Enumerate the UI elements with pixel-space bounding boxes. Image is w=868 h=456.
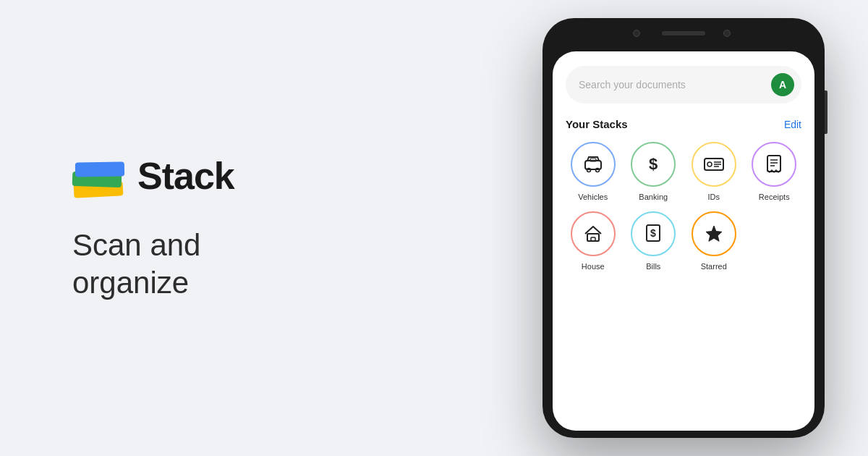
phone-mockup: Search your documents A Your Stacks Edit bbox=[542, 18, 825, 438]
stack-label-banking: Banking bbox=[639, 193, 668, 201]
stack-circle-ids bbox=[692, 142, 736, 187]
svg-text:$: $ bbox=[650, 227, 656, 239]
stack-label-bills: Bills bbox=[646, 262, 660, 271]
svg-rect-0 bbox=[585, 161, 601, 169]
stack-label-starred: Starred bbox=[701, 262, 727, 271]
svg-rect-10 bbox=[767, 156, 780, 172]
svg-text:$: $ bbox=[649, 155, 658, 173]
stack-circle-house bbox=[571, 211, 616, 256]
stack-circle-receipts bbox=[752, 142, 796, 187]
stack-circle-vehicles bbox=[571, 142, 616, 187]
starred-icon bbox=[704, 224, 724, 244]
banking-icon: $ bbox=[645, 155, 661, 174]
stacks-title: Your Stacks bbox=[566, 118, 628, 130]
stack-item-receipts[interactable]: Receipts bbox=[747, 142, 802, 201]
stack-item-vehicles[interactable]: Vehicles bbox=[566, 142, 621, 201]
bills-icon: $ bbox=[644, 224, 662, 244]
phone-screen: Search your documents A Your Stacks Edit bbox=[553, 51, 814, 431]
logo-icon bbox=[72, 155, 124, 197]
edit-button[interactable]: Edit bbox=[784, 119, 801, 130]
stack-circle-banking: $ bbox=[631, 142, 676, 187]
stack-item-banking[interactable]: $ Banking bbox=[626, 142, 681, 201]
phone-camera-left bbox=[633, 30, 640, 37]
stack-label-ids: IDs bbox=[708, 193, 720, 201]
stack-label-house: House bbox=[582, 262, 605, 271]
stack-item-ids[interactable]: IDs bbox=[686, 142, 741, 201]
stack-label-vehicles: Vehicles bbox=[578, 193, 608, 201]
stack-label-receipts: Receipts bbox=[759, 193, 790, 201]
house-icon bbox=[583, 224, 603, 243]
logo-row: Stack bbox=[72, 154, 234, 198]
ids-icon bbox=[703, 155, 725, 174]
avatar[interactable]: A bbox=[771, 73, 794, 96]
stack-item-house[interactable]: House bbox=[566, 211, 621, 271]
logo-layer-blue bbox=[75, 161, 124, 177]
phone-speaker bbox=[662, 31, 705, 35]
receipts-icon bbox=[765, 154, 783, 174]
phone-camera-right bbox=[723, 30, 731, 37]
stacks-grid: Vehicles $ Banking bbox=[566, 142, 801, 271]
vehicles-icon bbox=[583, 155, 603, 174]
search-placeholder: Search your documents bbox=[579, 79, 686, 90]
search-bar[interactable]: Search your documents A bbox=[566, 66, 801, 104]
svg-point-6 bbox=[707, 162, 712, 166]
stack-item-bills[interactable]: $ Bills bbox=[626, 211, 681, 271]
tagline: Scan andorganize bbox=[72, 227, 200, 303]
stack-circle-bills: $ bbox=[631, 211, 676, 256]
stacks-header: Your Stacks Edit bbox=[566, 118, 801, 130]
right-section: Search your documents A Your Stacks Edit bbox=[542, 18, 868, 438]
stack-circle-starred bbox=[692, 211, 736, 256]
left-section: Stack Scan andorganize bbox=[0, 154, 234, 303]
stack-item-starred[interactable]: Starred bbox=[686, 211, 741, 271]
app-name: Stack bbox=[137, 154, 234, 198]
svg-rect-15 bbox=[591, 237, 595, 241]
